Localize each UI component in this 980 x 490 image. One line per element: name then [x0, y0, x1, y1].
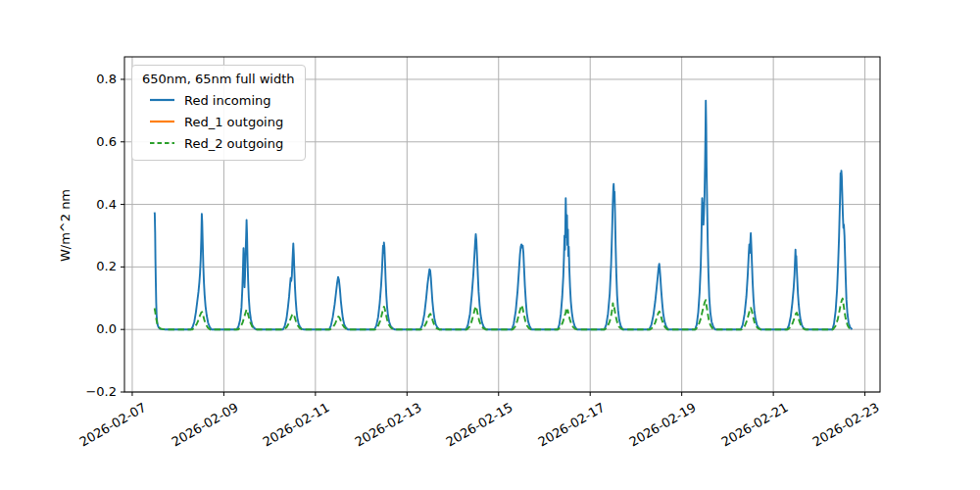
legend-item-label: Red_1 outgoing: [184, 115, 283, 129]
y-tick-label: 0.0: [0, 320, 117, 338]
series-line-red-2-outgoing: [155, 299, 852, 330]
legend-item-label: Red_2 outgoing: [184, 136, 283, 151]
y-tick-label: −0.2: [0, 383, 117, 401]
y-axis-label: W/m^2 nm: [56, 127, 75, 323]
y-tick-label: 0.6: [0, 133, 117, 151]
y-tick-label: 0.8: [0, 71, 117, 88]
legend-item-red1-outgoing: Red_1 outgoing: [149, 111, 295, 132]
legend-item-label: Red incoming: [184, 93, 271, 108]
legend-line-sample-icon: [149, 93, 175, 107]
legend-line-sample-icon: [149, 136, 175, 150]
legend-item-red2-outgoing: Red_2 outgoing: [149, 132, 295, 154]
y-tick-label: 0.4: [0, 196, 117, 214]
y-tick-label: 0.2: [0, 258, 117, 275]
legend-title: 650nm, 65nm full width: [140, 71, 295, 89]
figure: W/m^2 nm −0.20.00.20.40.60.8 2026-02-072…: [0, 0, 980, 490]
legend: 650nm, 65nm full width Red incoming Red_…: [131, 65, 306, 161]
legend-line-sample-icon: [149, 115, 175, 128]
legend-item-red-incoming: Red incoming: [149, 89, 295, 111]
